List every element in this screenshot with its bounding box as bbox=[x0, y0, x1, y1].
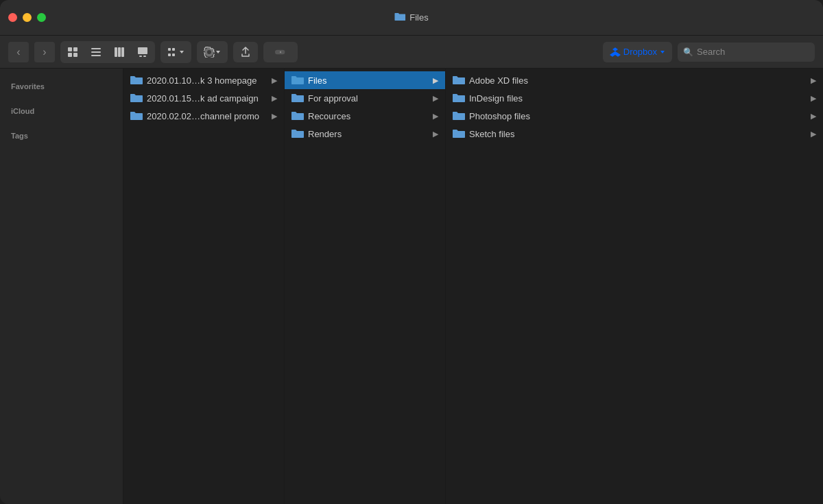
maximize-button[interactable] bbox=[37, 13, 46, 22]
svg-rect-4 bbox=[91, 48, 101, 49]
item-name: 2020.01.15…k ad campaign bbox=[147, 93, 269, 104]
chevron-right-icon: ▶ bbox=[433, 76, 438, 85]
folder-icon bbox=[130, 93, 143, 103]
item-name: 2020.02.02…channel promo bbox=[147, 111, 269, 121]
chevron-right-icon: ▶ bbox=[272, 94, 277, 103]
svg-rect-2 bbox=[68, 53, 72, 57]
nav-forward-button[interactable]: › bbox=[34, 42, 55, 62]
main-layout: Favorites iCloud Tags 2020.01.10…k 3 hom… bbox=[0, 69, 823, 504]
title-bar: Files bbox=[0, 0, 823, 36]
folder-icon bbox=[291, 111, 304, 121]
list-item[interactable]: Renders ▶ bbox=[285, 125, 445, 143]
item-name: 2020.01.10…k 3 homepage bbox=[147, 75, 269, 86]
search-input[interactable] bbox=[678, 43, 815, 62]
folder-icon bbox=[453, 129, 465, 139]
column-1: 2020.01.10…k 3 homepage ▶ 2020.01.15…k a… bbox=[123, 69, 285, 504]
gear-action-button[interactable] bbox=[198, 43, 226, 62]
list-item[interactable]: 2020.02.02…channel promo ▶ bbox=[123, 107, 284, 125]
sidebar-section-tags: Tags bbox=[0, 129, 123, 143]
svg-point-18 bbox=[280, 51, 281, 52]
view-list-button[interactable] bbox=[85, 43, 107, 62]
chevron-right-icon: ▶ bbox=[433, 94, 438, 103]
group-button[interactable] bbox=[162, 43, 190, 62]
chevron-right-icon: ▶ bbox=[811, 94, 816, 103]
chevron-right-icon: ▶ bbox=[272, 76, 277, 85]
share-button[interactable] bbox=[233, 42, 258, 62]
svg-rect-15 bbox=[172, 48, 175, 51]
svg-rect-6 bbox=[91, 55, 101, 56]
folder-icon bbox=[291, 93, 304, 103]
item-name: Photoshop files bbox=[469, 111, 808, 121]
close-button[interactable] bbox=[8, 13, 17, 22]
item-name: Adobe XD files bbox=[469, 75, 808, 86]
svg-rect-10 bbox=[138, 47, 147, 54]
svg-rect-11 bbox=[139, 56, 142, 57]
list-item[interactable]: InDesign files ▶ bbox=[446, 89, 823, 107]
dropbox-chevron-icon bbox=[660, 49, 665, 55]
svg-rect-12 bbox=[143, 56, 146, 57]
folder-icon bbox=[291, 75, 304, 85]
chevron-right-icon: ▶ bbox=[811, 112, 816, 121]
chevron-right-icon: ▶ bbox=[272, 112, 277, 121]
item-name: Sketch files bbox=[469, 129, 808, 139]
view-cover-button[interactable] bbox=[132, 43, 154, 62]
folder-icon bbox=[453, 111, 465, 121]
svg-rect-7 bbox=[115, 47, 117, 57]
svg-rect-5 bbox=[91, 51, 101, 53]
chevron-right-icon: ▶ bbox=[811, 130, 816, 139]
list-item[interactable]: 2020.01.10…k 3 homepage ▶ bbox=[123, 71, 284, 89]
chevron-right-icon: ▶ bbox=[811, 76, 816, 85]
list-item[interactable]: Recources ▶ bbox=[285, 107, 445, 125]
view-mode-group bbox=[60, 41, 155, 63]
list-item[interactable]: Sketch files ▶ bbox=[446, 125, 823, 143]
item-name: InDesign files bbox=[469, 93, 808, 104]
window-title-text: Files bbox=[409, 12, 428, 23]
column-2: Files ▶ For approval ▶ Recources ▶ bbox=[285, 69, 446, 504]
list-item[interactable]: 2020.01.15…k ad campaign ▶ bbox=[123, 89, 284, 107]
sidebar-section-favorites: Favorites bbox=[0, 80, 123, 93]
group-sort-group bbox=[160, 41, 191, 63]
minimize-button[interactable] bbox=[23, 13, 32, 22]
list-item[interactable]: Photoshop files ▶ bbox=[446, 107, 823, 125]
view-columns-button[interactable] bbox=[108, 43, 130, 62]
svg-rect-8 bbox=[118, 47, 121, 57]
chevron-right-icon: ▶ bbox=[433, 130, 438, 139]
folder-icon bbox=[291, 129, 304, 139]
toolbar: ‹ › bbox=[0, 36, 823, 69]
svg-rect-3 bbox=[73, 53, 77, 57]
nav-back-button[interactable]: ‹ bbox=[8, 42, 29, 62]
view-icon-button[interactable] bbox=[62, 43, 84, 62]
folder-icon bbox=[453, 75, 465, 85]
tag-button[interactable] bbox=[263, 42, 298, 62]
column-3: Adobe XD files ▶ InDesign files ▶ Photos… bbox=[446, 69, 823, 504]
dropbox-button[interactable]: Dropbox bbox=[603, 42, 672, 62]
svg-rect-16 bbox=[172, 53, 175, 56]
folder-icon bbox=[453, 93, 465, 103]
folder-icon bbox=[130, 111, 143, 121]
item-name: Renders bbox=[308, 129, 430, 139]
dropbox-label: Dropbox bbox=[623, 47, 657, 57]
folder-icon bbox=[130, 75, 143, 85]
search-wrapper: 🔍 bbox=[678, 43, 815, 62]
svg-rect-13 bbox=[168, 48, 171, 51]
svg-rect-9 bbox=[121, 47, 124, 57]
svg-rect-0 bbox=[68, 47, 72, 51]
action-group bbox=[197, 41, 228, 63]
item-name: For approval bbox=[308, 93, 430, 104]
list-item[interactable]: Files ▶ bbox=[285, 71, 445, 89]
window-title: Files bbox=[394, 12, 428, 23]
list-item[interactable]: Adobe XD files ▶ bbox=[446, 71, 823, 89]
svg-rect-1 bbox=[73, 47, 77, 51]
traffic-lights bbox=[8, 13, 46, 22]
svg-rect-14 bbox=[168, 53, 171, 56]
list-item[interactable]: For approval ▶ bbox=[285, 89, 445, 107]
title-folder-icon bbox=[394, 12, 405, 23]
item-name: Files bbox=[308, 75, 430, 86]
column-browser: 2020.01.10…k 3 homepage ▶ 2020.01.15…k a… bbox=[123, 69, 823, 504]
sidebar: Favorites iCloud Tags bbox=[0, 69, 123, 504]
sidebar-section-icloud: iCloud bbox=[0, 104, 123, 118]
item-name: Recources bbox=[308, 111, 430, 121]
chevron-right-icon: ▶ bbox=[433, 112, 438, 121]
